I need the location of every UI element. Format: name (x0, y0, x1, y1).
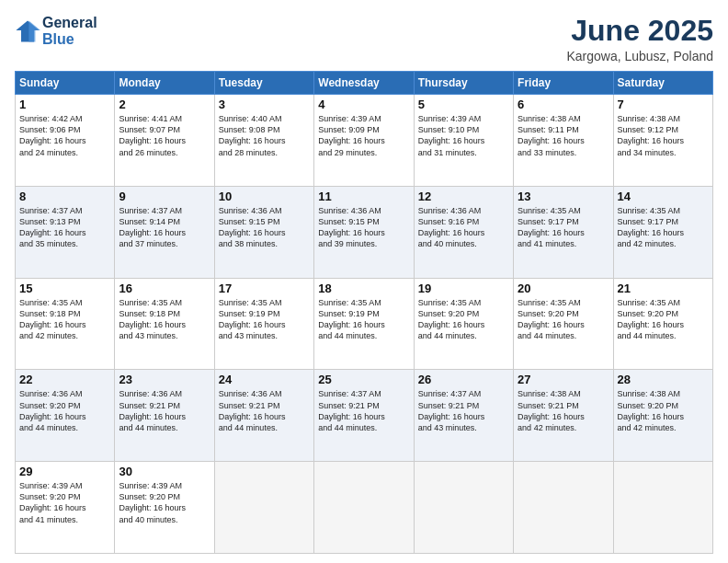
cell-text: Sunrise: 4:36 AM Sunset: 9:20 PM Dayligh… (19, 388, 110, 433)
cell-text: Sunrise: 4:35 AM Sunset: 9:19 PM Dayligh… (318, 297, 409, 342)
table-row: 15Sunrise: 4:35 AM Sunset: 9:18 PM Dayli… (16, 278, 115, 370)
day-number: 25 (318, 373, 409, 386)
calendar-table: Sunday Monday Tuesday Wednesday Thursday… (15, 71, 713, 554)
col-thursday: Thursday (414, 72, 513, 95)
table-row: 8Sunrise: 4:37 AM Sunset: 9:13 PM Daylig… (16, 186, 115, 278)
table-row: 10Sunrise: 4:36 AM Sunset: 9:15 PM Dayli… (214, 186, 313, 278)
day-number: 8 (19, 190, 110, 203)
calendar-week-4: 22Sunrise: 4:36 AM Sunset: 9:20 PM Dayli… (16, 370, 713, 462)
day-number: 22 (19, 373, 110, 386)
table-row: 23Sunrise: 4:36 AM Sunset: 9:21 PM Dayli… (115, 370, 214, 462)
day-number: 13 (518, 190, 609, 203)
col-wednesday: Wednesday (314, 72, 414, 95)
cell-text: Sunrise: 4:39 AM Sunset: 9:10 PM Dayligh… (418, 113, 509, 158)
day-number: 18 (318, 282, 409, 295)
table-row: 24Sunrise: 4:36 AM Sunset: 9:21 PM Dayli… (214, 370, 313, 462)
day-number: 12 (418, 190, 509, 203)
table-row (214, 462, 313, 554)
cell-text: Sunrise: 4:39 AM Sunset: 9:20 PM Dayligh… (19, 480, 110, 525)
cell-text: Sunrise: 4:35 AM Sunset: 9:18 PM Dayligh… (19, 297, 110, 342)
cell-text: Sunrise: 4:36 AM Sunset: 9:16 PM Dayligh… (418, 205, 509, 250)
table-row (613, 462, 712, 554)
day-number: 24 (219, 373, 310, 386)
table-row: 12Sunrise: 4:36 AM Sunset: 9:16 PM Dayli… (414, 186, 513, 278)
table-row: 14Sunrise: 4:35 AM Sunset: 9:17 PM Dayli… (613, 186, 712, 278)
day-number: 21 (618, 282, 709, 295)
cell-text: Sunrise: 4:36 AM Sunset: 9:21 PM Dayligh… (119, 388, 210, 433)
table-row: 27Sunrise: 4:38 AM Sunset: 9:21 PM Dayli… (514, 370, 613, 462)
day-number: 3 (219, 98, 310, 111)
cell-text: Sunrise: 4:36 AM Sunset: 9:21 PM Dayligh… (219, 388, 310, 433)
day-number: 27 (518, 373, 609, 386)
col-friday: Friday (514, 72, 613, 95)
day-number: 15 (19, 282, 110, 295)
cell-text: Sunrise: 4:38 AM Sunset: 9:11 PM Dayligh… (518, 113, 609, 158)
cell-text: Sunrise: 4:38 AM Sunset: 9:12 PM Dayligh… (618, 113, 709, 158)
day-number: 4 (318, 98, 409, 111)
calendar-week-5: 29Sunrise: 4:39 AM Sunset: 9:20 PM Dayli… (16, 462, 713, 554)
cell-text: Sunrise: 4:36 AM Sunset: 9:15 PM Dayligh… (219, 205, 310, 250)
cell-text: Sunrise: 4:35 AM Sunset: 9:19 PM Dayligh… (219, 297, 310, 342)
day-number: 1 (19, 98, 110, 111)
cell-text: Sunrise: 4:37 AM Sunset: 9:13 PM Dayligh… (19, 205, 110, 250)
table-row: 30Sunrise: 4:39 AM Sunset: 9:20 PM Dayli… (115, 462, 214, 554)
day-number: 5 (418, 98, 509, 111)
cell-text: Sunrise: 4:35 AM Sunset: 9:17 PM Dayligh… (618, 205, 709, 250)
header-row: Sunday Monday Tuesday Wednesday Thursday… (16, 72, 713, 95)
table-row: 1Sunrise: 4:42 AM Sunset: 9:06 PM Daylig… (16, 95, 115, 187)
month-title: June 2025 (566, 15, 713, 47)
table-row: 9Sunrise: 4:37 AM Sunset: 9:14 PM Daylig… (115, 186, 214, 278)
cell-text: Sunrise: 4:36 AM Sunset: 9:15 PM Dayligh… (318, 205, 409, 250)
col-saturday: Saturday (613, 72, 712, 95)
table-row: 26Sunrise: 4:37 AM Sunset: 9:21 PM Dayli… (414, 370, 513, 462)
col-sunday: Sunday (16, 72, 115, 95)
cell-text: Sunrise: 4:37 AM Sunset: 9:14 PM Dayligh… (119, 205, 210, 250)
table-row: 18Sunrise: 4:35 AM Sunset: 9:19 PM Dayli… (314, 278, 414, 370)
day-number: 6 (518, 98, 609, 111)
cell-text: Sunrise: 4:35 AM Sunset: 9:20 PM Dayligh… (418, 297, 509, 342)
cell-text: Sunrise: 4:38 AM Sunset: 9:20 PM Dayligh… (618, 388, 709, 433)
cell-text: Sunrise: 4:39 AM Sunset: 9:09 PM Dayligh… (318, 113, 409, 158)
calendar-week-1: 1Sunrise: 4:42 AM Sunset: 9:06 PM Daylig… (16, 95, 713, 187)
day-number: 10 (219, 190, 310, 203)
cell-text: Sunrise: 4:39 AM Sunset: 9:20 PM Dayligh… (119, 480, 210, 525)
day-number: 17 (219, 282, 310, 295)
day-number: 30 (119, 465, 210, 478)
day-number: 23 (119, 373, 210, 386)
cell-text: Sunrise: 4:35 AM Sunset: 9:20 PM Dayligh… (618, 297, 709, 342)
cell-text: Sunrise: 4:35 AM Sunset: 9:18 PM Dayligh… (119, 297, 210, 342)
col-monday: Monday (115, 72, 214, 95)
header: General Blue June 2025 Kargowa, Lubusz, … (15, 15, 713, 63)
table-row (314, 462, 414, 554)
logo-text: General Blue (42, 15, 97, 47)
day-number: 26 (418, 373, 509, 386)
day-number: 28 (618, 373, 709, 386)
day-number: 20 (518, 282, 609, 295)
table-row: 3Sunrise: 4:40 AM Sunset: 9:08 PM Daylig… (214, 95, 313, 187)
table-row: 20Sunrise: 4:35 AM Sunset: 9:20 PM Dayli… (514, 278, 613, 370)
cell-text: Sunrise: 4:40 AM Sunset: 9:08 PM Dayligh… (219, 113, 310, 158)
day-number: 29 (19, 465, 110, 478)
table-row: 2Sunrise: 4:41 AM Sunset: 9:07 PM Daylig… (115, 95, 214, 187)
cell-text: Sunrise: 4:37 AM Sunset: 9:21 PM Dayligh… (318, 388, 409, 433)
cell-text: Sunrise: 4:35 AM Sunset: 9:20 PM Dayligh… (518, 297, 609, 342)
calendar-week-2: 8Sunrise: 4:37 AM Sunset: 9:13 PM Daylig… (16, 186, 713, 278)
table-row: 17Sunrise: 4:35 AM Sunset: 9:19 PM Dayli… (214, 278, 313, 370)
day-number: 16 (119, 282, 210, 295)
table-row: 5Sunrise: 4:39 AM Sunset: 9:10 PM Daylig… (414, 95, 513, 187)
col-tuesday: Tuesday (214, 72, 313, 95)
table-row: 7Sunrise: 4:38 AM Sunset: 9:12 PM Daylig… (613, 95, 712, 187)
day-number: 19 (418, 282, 509, 295)
logo-icon (15, 17, 40, 43)
table-row: 4Sunrise: 4:39 AM Sunset: 9:09 PM Daylig… (314, 95, 414, 187)
table-row: 29Sunrise: 4:39 AM Sunset: 9:20 PM Dayli… (16, 462, 115, 554)
cell-text: Sunrise: 4:38 AM Sunset: 9:21 PM Dayligh… (518, 388, 609, 433)
cell-text: Sunrise: 4:42 AM Sunset: 9:06 PM Dayligh… (19, 113, 110, 158)
page: General Blue June 2025 Kargowa, Lubusz, … (0, 0, 728, 563)
cell-text: Sunrise: 4:37 AM Sunset: 9:21 PM Dayligh… (418, 388, 509, 433)
table-row: 6Sunrise: 4:38 AM Sunset: 9:11 PM Daylig… (514, 95, 613, 187)
table-row (514, 462, 613, 554)
day-number: 2 (119, 98, 210, 111)
day-number: 14 (618, 190, 709, 203)
table-row: 22Sunrise: 4:36 AM Sunset: 9:20 PM Dayli… (16, 370, 115, 462)
